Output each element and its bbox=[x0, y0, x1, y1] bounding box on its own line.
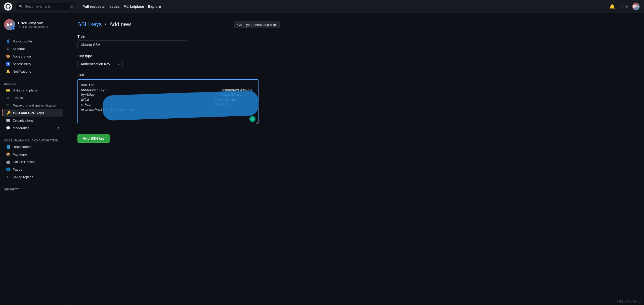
sidebar-label-packages: Packages bbox=[13, 152, 27, 156]
sidebar-item-notifications[interactable]: 🔔 Notifications bbox=[2, 68, 63, 75]
key-icon: 🔑 bbox=[7, 111, 11, 115]
key-field-group: Key ssh-rsa AAAAB3NzaC1yc2 9xn0esAVt0Do7… bbox=[77, 73, 280, 125]
sidebar-username: EricluvPython bbox=[18, 21, 48, 25]
title-field-group: Title bbox=[77, 34, 280, 49]
add-ssh-key-button[interactable]: Add SSH key bbox=[77, 134, 110, 143]
search-placeholder: Search or jump to... bbox=[25, 5, 53, 8]
package-icon: 📦 bbox=[6, 152, 10, 156]
dropdown-chevron-icon: ▾ bbox=[118, 63, 119, 66]
nav-links: Pull requests Issues Marketplace Explore bbox=[82, 5, 161, 9]
top-navigation: 🔍 Search or jump to... / Pull requests I… bbox=[0, 0, 644, 13]
sidebar-label-organizations: Organizations bbox=[13, 119, 33, 122]
github-logo[interactable] bbox=[4, 3, 12, 11]
sidebar-item-saved-replies[interactable]: ↩ Saved replies bbox=[2, 173, 63, 181]
sidebar-item-password-auth[interactable]: 🛡 Password and authentication bbox=[2, 101, 63, 109]
sidebar-label-emails: Emails bbox=[13, 96, 23, 100]
key-type-dropdown[interactable]: Authentication Key ▾ bbox=[77, 60, 123, 68]
security-section-label: Security bbox=[0, 185, 65, 192]
credit-card-icon: 💳 bbox=[6, 88, 10, 92]
key-type-label: Key type bbox=[77, 54, 280, 58]
key-textarea[interactable]: ssh-rsa AAAAB3NzaC1yc2 9xn0esAVt0Do7ew 0… bbox=[77, 79, 259, 124]
breadcrumb-separator: / bbox=[105, 21, 106, 27]
accessibility-icon: ♿ bbox=[6, 62, 10, 66]
sidebar-item-account[interactable]: ⚙ Account bbox=[2, 45, 63, 53]
mail-icon: ✉ bbox=[6, 96, 10, 100]
browser-icon: 🌐 bbox=[6, 167, 10, 171]
sidebar-label-notifications: Notifications bbox=[13, 70, 31, 73]
footer-watermark: CSDN @EricFrenzy bbox=[616, 300, 641, 303]
key-textarea-wrapper: ssh-rsa AAAAB3NzaC1yc2 9xn0esAVt0Do7ew 0… bbox=[77, 79, 259, 125]
sidebar-label-repositories: Repositories bbox=[13, 145, 31, 149]
sidebar-divider-2 bbox=[4, 134, 61, 134]
sidebar-item-public-profile[interactable]: 👤 Public profile bbox=[2, 37, 63, 45]
sidebar-item-organizations[interactable]: 🏢 Organizations bbox=[2, 117, 63, 124]
gear-icon: ⚙ bbox=[6, 47, 10, 51]
sidebar-label-ssh-gpg: SSH and GPG keys bbox=[13, 111, 44, 115]
breadcrumb-current: Add new bbox=[109, 21, 131, 27]
search-bar[interactable]: 🔍 Search or jump to... / bbox=[16, 3, 76, 10]
sidebar-label-accessibility: Accessibility bbox=[13, 62, 31, 66]
person-icon: 👤 bbox=[6, 39, 10, 43]
main-content: SSH keys / Add new Go to your personal p… bbox=[65, 13, 292, 305]
sidebar-divider-3 bbox=[4, 183, 61, 183]
search-icon: 🔍 bbox=[19, 5, 23, 8]
key-type-value: Authentication Key bbox=[81, 62, 110, 66]
sidebar-subtitle: Your personal account bbox=[18, 25, 48, 29]
sidebar-label-billing: Billing and plans bbox=[13, 88, 37, 92]
nav-marketplace[interactable]: Marketplace bbox=[124, 5, 144, 9]
sidebar-divider-1 bbox=[4, 77, 61, 77]
sidebar-label-account: Account bbox=[13, 47, 25, 51]
sidebar-item-packages[interactable]: 📦 Packages bbox=[2, 150, 63, 158]
nav-right-actions: 🔔 ＋ ▾ EP ▾ bbox=[608, 3, 640, 11]
sidebar-item-moderation[interactable]: 💬 Moderation ▾ bbox=[2, 124, 63, 132]
sidebar-label-appearance: Appearance bbox=[13, 55, 31, 58]
title-input[interactable] bbox=[77, 40, 188, 49]
nav-explore[interactable]: Explore bbox=[148, 5, 161, 9]
comment-icon: 💬 bbox=[6, 126, 10, 130]
sidebar-item-emails[interactable]: ✉ Emails bbox=[2, 94, 63, 101]
sidebar-label-password-auth: Password and authentication bbox=[13, 104, 56, 107]
sidebar-label-saved-replies: Saved replies bbox=[13, 175, 33, 179]
title-label: Title bbox=[77, 34, 280, 38]
sidebar-item-repositories[interactable]: 📘 Repositories bbox=[2, 143, 63, 150]
page-layout: EP EricluvPython Your personal account 👤… bbox=[0, 13, 644, 305]
page-header: SSH keys / Add new Go to your personal p… bbox=[77, 21, 280, 28]
sidebar-item-accessibility[interactable]: ♿ Accessibility bbox=[2, 60, 63, 68]
search-kbd: / bbox=[70, 5, 74, 9]
avatar-badge bbox=[12, 27, 15, 30]
sidebar-label-copilot: GitHub Copilot bbox=[13, 160, 35, 164]
sidebar-avatar: EP bbox=[4, 19, 15, 30]
copilot-icon: 🤖 bbox=[6, 160, 10, 164]
key-label: Key bbox=[77, 73, 280, 77]
key-type-field-group: Key type Authentication Key ▾ bbox=[77, 54, 280, 68]
book-icon: 📘 bbox=[6, 145, 10, 149]
sidebar-item-billing[interactable]: 💳 Billing and plans bbox=[2, 86, 63, 94]
notifications-bell-icon[interactable]: 🔔 bbox=[608, 3, 616, 10]
nav-pull-requests[interactable]: Pull requests bbox=[82, 5, 105, 9]
sidebar-item-copilot[interactable]: 🤖 GitHub Copilot bbox=[2, 158, 63, 166]
access-section-label: Access bbox=[0, 79, 65, 86]
bell-icon: 🔔 bbox=[6, 69, 10, 73]
paintbrush-icon: 🎨 bbox=[6, 54, 10, 58]
sidebar-user-info: EP EricluvPython Your personal account bbox=[0, 19, 65, 35]
sidebar-label-public-profile: Public profile bbox=[13, 39, 32, 43]
sidebar-item-ssh-gpg[interactable]: 🔑 SSH and GPG keys bbox=[2, 109, 63, 117]
go-to-profile-button[interactable]: Go to your personal profile bbox=[234, 21, 280, 28]
nav-issues[interactable]: Issues bbox=[109, 5, 120, 9]
breadcrumb-link[interactable]: SSH keys bbox=[77, 21, 102, 27]
shield-icon: 🛡 bbox=[6, 103, 10, 107]
breadcrumb: SSH keys / Add new bbox=[77, 21, 131, 28]
grammarly-icon: G bbox=[249, 116, 255, 122]
organization-icon: 🏢 bbox=[6, 118, 10, 122]
settings-sidebar: EP EricluvPython Your personal account 👤… bbox=[0, 13, 65, 305]
plus-icon[interactable]: ＋ ▾ bbox=[619, 3, 629, 11]
user-avatar-button[interactable]: EP ▾ bbox=[632, 3, 640, 11]
sidebar-item-appearance[interactable]: 🎨 Appearance bbox=[2, 53, 63, 60]
sidebar-label-moderation: Moderation bbox=[13, 126, 30, 130]
sidebar-label-pages: Pages bbox=[13, 168, 22, 171]
sidebar-user-text: EricluvPython Your personal account bbox=[18, 21, 48, 29]
sidebar-item-pages[interactable]: 🌐 Pages bbox=[2, 166, 63, 173]
code-section-label: Code, planning, and automation bbox=[0, 136, 65, 143]
moderation-chevron-icon: ▾ bbox=[58, 126, 59, 130]
reply-icon: ↩ bbox=[6, 175, 10, 179]
